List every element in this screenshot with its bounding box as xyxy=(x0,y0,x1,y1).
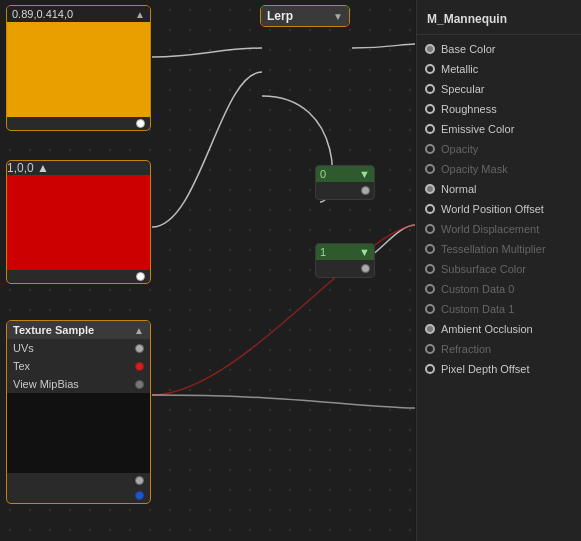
material-pin-row-13[interactable]: Custom Data 1 xyxy=(417,299,581,319)
number-node-0-arrow[interactable]: ▼ xyxy=(359,168,370,180)
material-pin-dot-8[interactable] xyxy=(425,204,435,214)
material-pin-dot-10[interactable] xyxy=(425,244,435,254)
number-node-0[interactable]: 0 ▼ xyxy=(315,165,375,200)
number-node-1[interactable]: 1 ▼ xyxy=(315,243,375,278)
number-node-1-header: 1 ▼ xyxy=(316,244,374,260)
color-node-bottom[interactable]: 1,0,0 ▲ xyxy=(6,160,151,284)
material-pin-dot-5[interactable] xyxy=(425,144,435,154)
texture-mipbias-pin[interactable] xyxy=(135,380,144,389)
texture-tex-pin[interactable] xyxy=(135,362,144,371)
material-pin-row-10[interactable]: Tessellation Multiplier xyxy=(417,239,581,259)
material-pin-row-3[interactable]: Roughness xyxy=(417,99,581,119)
material-pin-dot-14[interactable] xyxy=(425,324,435,334)
material-pin-dot-1[interactable] xyxy=(425,64,435,74)
color-swatch-bottom xyxy=(7,175,150,270)
material-pin-label-10: Tessellation Multiplier xyxy=(441,243,546,255)
material-pin-row-1[interactable]: Metallic xyxy=(417,59,581,79)
color-node-top-arrow[interactable]: ▲ xyxy=(135,9,145,20)
material-pin-label-7: Normal xyxy=(441,183,476,195)
texture-preview xyxy=(7,393,150,473)
material-pin-dot-7[interactable] xyxy=(425,184,435,194)
color-node-bottom-output xyxy=(7,270,150,283)
color-node-top-output-pin[interactable] xyxy=(136,119,145,128)
material-pin-label-6: Opacity Mask xyxy=(441,163,508,175)
material-pin-label-12: Custom Data 0 xyxy=(441,283,514,295)
texture-mipbias-row: View MipBias xyxy=(7,375,150,393)
material-pin-row-9[interactable]: World Displacement xyxy=(417,219,581,239)
material-pin-row-0[interactable]: Base Color xyxy=(417,39,581,59)
material-pin-label-0: Base Color xyxy=(441,43,495,55)
material-pin-dot-12[interactable] xyxy=(425,284,435,294)
material-pin-label-2: Specular xyxy=(441,83,484,95)
material-pin-row-5[interactable]: Opacity xyxy=(417,139,581,159)
material-pin-dot-11[interactable] xyxy=(425,264,435,274)
color-swatch-top xyxy=(7,22,150,117)
material-pin-row-4[interactable]: Emissive Color xyxy=(417,119,581,139)
material-pin-label-9: World Displacement xyxy=(441,223,539,235)
texture-extra-row xyxy=(7,488,150,503)
material-pin-dot-4[interactable] xyxy=(425,124,435,134)
material-pin-dot-15[interactable] xyxy=(425,344,435,354)
color-node-bottom-arrow[interactable]: ▲ xyxy=(37,161,49,175)
material-pin-dot-9[interactable] xyxy=(425,224,435,234)
material-pin-label-16: Pixel Depth Offset xyxy=(441,363,529,375)
material-pin-dot-16[interactable] xyxy=(425,364,435,374)
material-pin-dot-2[interactable] xyxy=(425,84,435,94)
lerp-node-header: Lerp ▼ xyxy=(261,6,349,26)
texture-node-header: Texture Sample ▲ xyxy=(7,321,150,339)
texture-blue-pin[interactable] xyxy=(135,491,144,500)
color-node-top-header: 0.89,0.414,0 ▲ xyxy=(7,6,150,22)
material-pin-row-12[interactable]: Custom Data 0 xyxy=(417,279,581,299)
lerp-node[interactable]: Lerp ▼ A B Alpha xyxy=(260,5,350,27)
material-pin-row-7[interactable]: Normal xyxy=(417,179,581,199)
number-node-0-header: 0 ▼ xyxy=(316,166,374,182)
color-node-top-output xyxy=(7,117,150,130)
number-node-0-value: 0 xyxy=(320,168,326,180)
material-pin-label-8: World Position Offset xyxy=(441,203,544,215)
number-node-0-output xyxy=(316,182,374,199)
material-pin-label-4: Emissive Color xyxy=(441,123,514,135)
texture-node[interactable]: Texture Sample ▲ UVs Tex View MipBias xyxy=(6,320,151,504)
material-pin-label-5: Opacity xyxy=(441,143,478,155)
number-node-0-pin[interactable] xyxy=(361,186,370,195)
material-pin-row-2[interactable]: Specular xyxy=(417,79,581,99)
texture-uvs-row: UVs xyxy=(7,339,150,357)
color-node-top[interactable]: 0.89,0.414,0 ▲ xyxy=(6,5,151,131)
color-node-bottom-label: 1,0,0 xyxy=(7,161,34,175)
material-pin-label-1: Metallic xyxy=(441,63,478,75)
material-panel: M_Mannequin Base ColorMetallicSpecularRo… xyxy=(416,0,581,541)
material-pin-row-15[interactable]: Refraction xyxy=(417,339,581,359)
texture-output-pin[interactable] xyxy=(135,476,144,485)
number-node-1-value: 1 xyxy=(320,246,326,258)
texture-uvs-pin[interactable] xyxy=(135,344,144,353)
material-pin-dot-3[interactable] xyxy=(425,104,435,114)
material-pin-row-8[interactable]: World Position Offset xyxy=(417,199,581,219)
number-node-1-arrow[interactable]: ▼ xyxy=(359,246,370,258)
number-node-1-output xyxy=(316,260,374,277)
color-node-bottom-output-pin[interactable] xyxy=(136,272,145,281)
texture-uvs-label: UVs xyxy=(13,342,135,354)
material-panel-title: M_Mannequin xyxy=(417,8,581,35)
texture-node-arrow[interactable]: ▲ xyxy=(134,325,144,336)
material-pin-label-11: Subsurface Color xyxy=(441,263,526,275)
texture-tex-row: Tex xyxy=(7,357,150,375)
material-pin-row-16[interactable]: Pixel Depth Offset xyxy=(417,359,581,379)
number-node-1-pin[interactable] xyxy=(361,264,370,273)
texture-tex-label: Tex xyxy=(13,360,135,372)
texture-mipbias-label: View MipBias xyxy=(13,378,135,390)
material-pin-label-3: Roughness xyxy=(441,103,497,115)
color-node-bottom-header: 1,0,0 ▲ xyxy=(7,161,150,175)
texture-node-title: Texture Sample xyxy=(13,324,94,336)
texture-output-row xyxy=(7,473,150,488)
material-pin-dot-0[interactable] xyxy=(425,44,435,54)
lerp-node-arrow[interactable]: ▼ xyxy=(333,11,343,22)
lerp-node-title: Lerp xyxy=(267,9,293,23)
material-pin-dot-13[interactable] xyxy=(425,304,435,314)
material-pin-label-15: Refraction xyxy=(441,343,491,355)
material-pin-row-6[interactable]: Opacity Mask xyxy=(417,159,581,179)
material-pin-label-14: Ambient Occlusion xyxy=(441,323,533,335)
material-pin-dot-6[interactable] xyxy=(425,164,435,174)
material-pin-row-14[interactable]: Ambient Occlusion xyxy=(417,319,581,339)
color-node-top-label: 0.89,0.414,0 xyxy=(12,8,73,20)
material-pin-row-11[interactable]: Subsurface Color xyxy=(417,259,581,279)
